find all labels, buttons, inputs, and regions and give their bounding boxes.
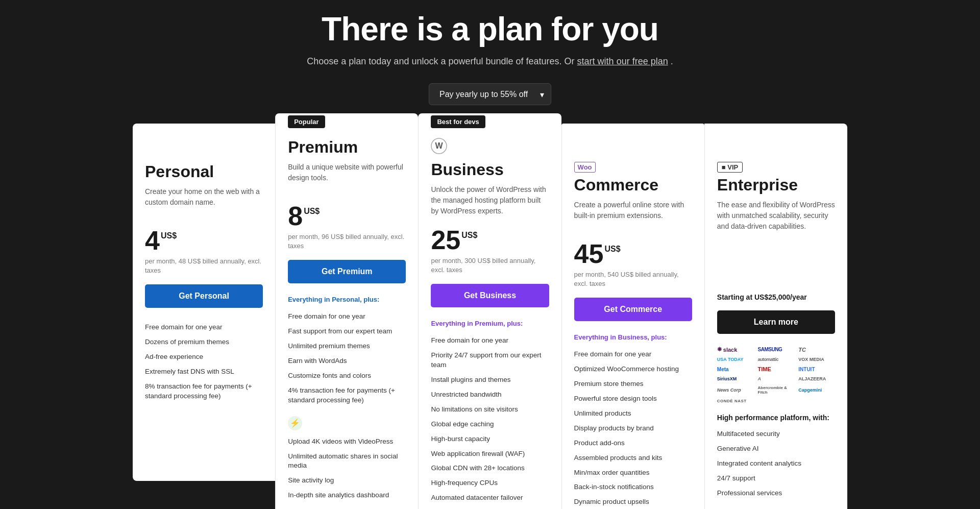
business-badge: Best for devs bbox=[431, 115, 485, 128]
enterprise-logo: ■ VIP bbox=[717, 162, 835, 172]
videopress-icon: ⚡ bbox=[288, 416, 302, 430]
premium-vp-feature-2: Unlimited automatic shares in social med… bbox=[288, 449, 406, 474]
commerce-feature-3: Premium store themes bbox=[574, 377, 692, 392]
commerce-feature-11: Dynamic product upsells bbox=[574, 495, 692, 509]
business-feature-4: Unrestricted bandwidth bbox=[431, 387, 549, 402]
premium-cta-button[interactable]: Get Premium bbox=[288, 260, 406, 283]
commerce-billing: per month, 540 US$ billed annually, excl… bbox=[574, 270, 692, 288]
commerce-features-list: Free domain for one year Optimized WooCo… bbox=[574, 347, 692, 509]
premium-feature-2: Fast support from our expert team bbox=[288, 324, 406, 339]
business-feature-3: Install plugins and themes bbox=[431, 373, 549, 387]
commerce-cta-button[interactable]: Get Commerce bbox=[574, 298, 692, 321]
enterprise-feature-4: 24/7 support bbox=[717, 471, 835, 486]
plans-container: Personal Create your home on the web wit… bbox=[133, 124, 847, 509]
enterprise-feature-3: Integrated content analytics bbox=[717, 456, 835, 471]
billing-select-wrapper: Pay yearly up to 55% off Pay monthly bbox=[429, 83, 551, 105]
brand-time: TIME bbox=[758, 366, 795, 372]
page-wrapper: There is a plan for you Choose a plan to… bbox=[0, 0, 980, 509]
premium-plan-name: Premium bbox=[288, 138, 406, 157]
enterprise-badge-area bbox=[717, 138, 835, 162]
billing-select[interactable]: Pay yearly up to 55% off Pay monthly bbox=[429, 83, 551, 105]
premium-currency: US$ bbox=[304, 207, 320, 216]
business-features-header: Everything in Premium, plus: bbox=[431, 320, 549, 327]
personal-plan-name: Personal bbox=[145, 162, 263, 181]
business-price: 25 bbox=[431, 227, 460, 253]
premium-price-row: 8 US$ bbox=[288, 203, 406, 229]
brand-automattic: automattic bbox=[758, 357, 795, 362]
premium-features-header: Everything in Personal, plus: bbox=[288, 296, 406, 303]
premium-plan-desc: Build a unique website with powerful des… bbox=[288, 162, 406, 192]
personal-billing: per month, 48 US$ billed annually, excl.… bbox=[145, 257, 263, 275]
premium-feature-3: Unlimited premium themes bbox=[288, 339, 406, 354]
commerce-price-row: 45 US$ bbox=[574, 240, 692, 267]
personal-plan-desc: Create your home on the web with a custo… bbox=[145, 186, 263, 217]
premium-feature-4: Earn with WordAds bbox=[288, 354, 406, 369]
brand-newscorp: News Corp bbox=[717, 385, 754, 395]
brand-automattic2: A bbox=[758, 376, 795, 381]
personal-feature-2: Dozens of premium themes bbox=[145, 335, 263, 350]
enterprise-feature-1: Multifaceted security bbox=[717, 427, 835, 442]
plan-card-business: Best for devs W Business Unlock the powe… bbox=[418, 113, 561, 509]
business-features-list: Free domain for one year Priority 24/7 s… bbox=[431, 333, 549, 509]
premium-features-list: Free domain for one year Fast support fr… bbox=[288, 309, 406, 407]
premium-vp-feature-3: Site activity log bbox=[288, 473, 406, 488]
enterprise-features-title: High performance platform, with: bbox=[717, 414, 835, 422]
brand-usatoday: USA TODAY bbox=[717, 357, 754, 362]
business-feature-11: Automated datacenter failover bbox=[431, 491, 549, 505]
business-feature-9: Global CDN with 28+ locations bbox=[431, 461, 549, 476]
business-feature-6: Global edge caching bbox=[431, 417, 549, 432]
premium-price: 8 bbox=[288, 203, 303, 229]
business-cta-button[interactable]: Get Business bbox=[431, 284, 549, 307]
business-currency: US$ bbox=[461, 231, 477, 240]
brand-slack: ❋ slack bbox=[717, 346, 754, 353]
commerce-features-header: Everything in Business, plus: bbox=[574, 333, 692, 341]
enterprise-feature-5: Professional services bbox=[717, 486, 835, 501]
personal-feature-3: Ad-free experience bbox=[145, 350, 263, 365]
enterprise-brand-logos: ❋ slack SAMSUNG TC USA TODAY automattic … bbox=[717, 346, 835, 403]
commerce-price: 45 bbox=[574, 240, 604, 267]
commerce-logo: Woo bbox=[574, 162, 692, 172]
plan-card-enterprise: ■ VIP Enterprise The ease and flexibilit… bbox=[704, 124, 847, 509]
premium-feature-5: Customize fonts and colors bbox=[288, 369, 406, 383]
business-feature-12: Isolated site infrastructure bbox=[431, 505, 549, 509]
brand-abercrombie: Abercrombie & Fitch bbox=[758, 385, 795, 395]
enterprise-price-spacer bbox=[717, 242, 835, 293]
brand-tc: TC bbox=[798, 346, 835, 353]
plan-card-commerce: Woo Commerce Create a powerful online st… bbox=[561, 124, 704, 509]
personal-badge-area bbox=[145, 138, 263, 162]
brand-voxmedia: VOX MEDIA bbox=[798, 357, 835, 362]
business-feature-1: Free domain for one year bbox=[431, 333, 549, 348]
business-feature-7: High-burst capacity bbox=[431, 432, 549, 447]
page-title: There is a plan for you bbox=[10, 10, 970, 48]
business-feature-5: No limitations on site visitors bbox=[431, 402, 549, 417]
free-plan-link[interactable]: start with our free plan bbox=[577, 56, 668, 66]
brand-meta: Meta bbox=[717, 366, 754, 372]
business-plan-name: Business bbox=[431, 160, 549, 179]
commerce-currency: US$ bbox=[604, 245, 620, 254]
business-badge-area: Best for devs bbox=[431, 113, 549, 138]
brand-samsung: SAMSUNG bbox=[758, 346, 795, 353]
commerce-plan-name: Commerce bbox=[574, 176, 692, 195]
personal-cta-button[interactable]: Get Personal bbox=[145, 284, 263, 308]
personal-price-row: 4 US$ bbox=[145, 227, 263, 254]
videopress-section: ⚡ Upload 4K videos with VideoPress Unlim… bbox=[288, 416, 406, 503]
enterprise-feature-2: Generative AI bbox=[717, 442, 835, 456]
commerce-feature-8: Assembled products and kits bbox=[574, 451, 692, 466]
business-plan-desc: Unlock the power of WordPress with the m… bbox=[431, 184, 549, 216]
plan-card-personal: Personal Create your home on the web wit… bbox=[133, 124, 275, 481]
commerce-badge-area bbox=[574, 138, 692, 162]
business-feature-2: Priority 24/7 support from our expert te… bbox=[431, 348, 549, 373]
brand-siriusxm: SiriusXM bbox=[717, 376, 754, 381]
premium-billing: per month, 96 US$ billed annually, excl.… bbox=[288, 232, 406, 251]
enterprise-starting: Starting at US$25,000/year bbox=[717, 293, 835, 301]
premium-badge: Popular bbox=[288, 115, 325, 128]
enterprise-plan-desc: The ease and flexibility of WordPress wi… bbox=[717, 200, 835, 232]
commerce-feature-6: Display products by brand bbox=[574, 421, 692, 436]
business-logo: W bbox=[431, 138, 549, 156]
enterprise-cta-button[interactable]: Learn more bbox=[717, 310, 835, 334]
brand-capgemini: Capgemini bbox=[798, 385, 835, 395]
premium-feature-1: Free domain for one year bbox=[288, 309, 406, 324]
svg-text:W: W bbox=[435, 141, 444, 150]
business-price-row: 25 US$ bbox=[431, 227, 549, 253]
commerce-feature-9: Min/max order quantities bbox=[574, 466, 692, 480]
